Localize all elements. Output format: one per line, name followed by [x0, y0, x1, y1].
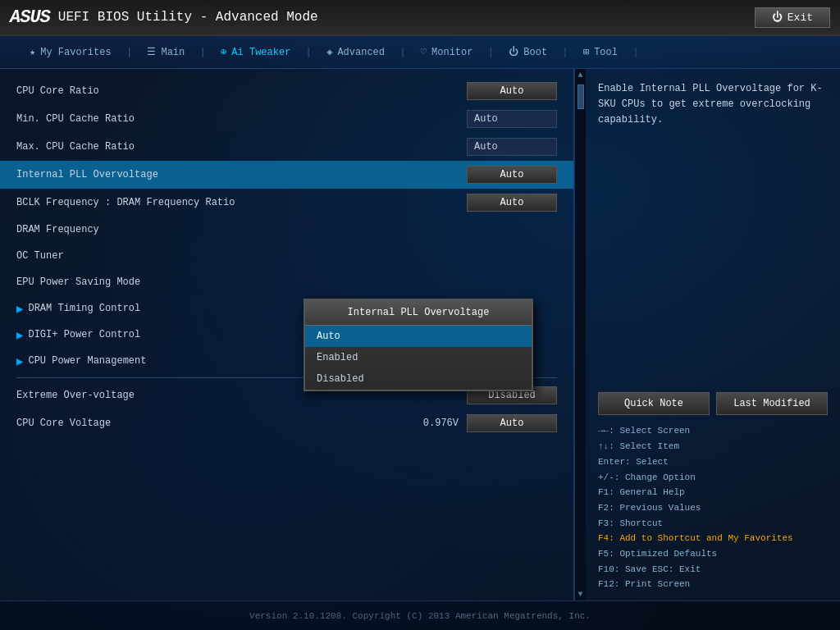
nav-separator-2: |	[198, 46, 208, 58]
asus-logo: ASUS	[10, 7, 50, 28]
footer: Version 2.10.1208. Copyright (C) 2013 Am…	[0, 600, 840, 630]
setting-label: EPU Power Saving Mode	[16, 276, 557, 288]
exit-label: Exit	[788, 11, 813, 24]
cpu-core-voltage-button[interactable]: Auto	[467, 414, 557, 432]
nav-separator-1: |	[125, 46, 135, 58]
nav-label: Ai Tweaker	[231, 47, 290, 58]
nav-item-main[interactable]: ☰ Main	[134, 36, 198, 68]
min-cpu-cache-value: Auto	[467, 110, 557, 128]
setting-row-oc-tuner: OC Tuner	[0, 243, 573, 269]
setting-label: Extreme Over-voltage	[16, 390, 467, 401]
setting-label: CPU Core Voltage	[16, 418, 368, 429]
help-text: →←: Select Screen ↑↓: Select Item Enter:…	[598, 423, 828, 592]
last-modified-button[interactable]: Last Modified	[716, 392, 828, 415]
help-line-4: +/-: Change Option	[598, 470, 828, 486]
dropdown-option-disabled[interactable]: Disabled	[305, 368, 532, 390]
cpu-core-ratio-button[interactable]: Auto	[467, 82, 557, 100]
setting-row-cpu-core-voltage: CPU Core Voltage 0.976V Auto	[0, 409, 573, 437]
internal-pll-button[interactable]: Auto	[467, 166, 557, 184]
setting-label: CPU Core Ratio	[16, 85, 467, 97]
nav-label: Advanced	[337, 47, 385, 58]
action-buttons: Quick Note Last Modified	[598, 392, 828, 415]
quick-note-button[interactable]: Quick Note	[598, 392, 710, 415]
bclk-dram-button[interactable]: Auto	[467, 194, 557, 212]
nav-item-monitor[interactable]: ♡ Monitor	[408, 36, 486, 68]
list-icon: ☰	[147, 46, 156, 58]
setting-label: OC Tuner	[16, 250, 557, 262]
nav-item-boot[interactable]: ⏻ Boot	[495, 36, 560, 68]
setting-label: Max. CPU Cache Ratio	[16, 141, 467, 153]
help-line-6: F2: Previous Values	[598, 500, 828, 516]
nav-item-advanced[interactable]: ◈ Advanced	[313, 36, 398, 68]
info-description: Enable Internal PLL Overvoltage for K-SK…	[598, 77, 828, 133]
advanced-icon: ◈	[326, 46, 332, 58]
setting-row-dram-freq: DRAM Frequency	[0, 217, 573, 243]
setting-label: BCLK Frequency : DRAM Frequency Ratio	[16, 197, 467, 208]
scrollbar[interactable]: ▲ ▼	[574, 69, 586, 600]
nav-label: My Favorites	[40, 47, 111, 58]
setting-label: Internal PLL Overvoltage	[16, 169, 467, 180]
scroll-thumb[interactable]	[578, 84, 584, 109]
header: ASUS UEFI BIOS Utility - Advanced Mode ⏻…	[0, 0, 840, 36]
scroll-up-arrow[interactable]: ▲	[578, 71, 582, 80]
header-title: UEFI BIOS Utility - Advanced Mode	[58, 10, 318, 25]
nav-item-my-favorites[interactable]: ★ My Favorites	[16, 36, 125, 68]
setting-label: DRAM Frequency	[16, 224, 557, 235]
header-logo: ASUS UEFI BIOS Utility - Advanced Mode	[10, 7, 318, 28]
nav-separator-7: |	[631, 46, 641, 58]
dropdown-option-enabled[interactable]: Enabled	[305, 347, 532, 368]
nav-bar: ★ My Favorites | ☰ Main | ⊕ Ai Tweaker |…	[0, 36, 840, 69]
section-label: CPU Power Management	[28, 355, 146, 367]
setting-row-cpu-core-ratio: CPU Core Ratio Auto	[0, 77, 573, 105]
help-line-7: F3: Shortcut	[598, 516, 828, 532]
scroll-down-arrow[interactable]: ▼	[578, 590, 582, 599]
help-line-f12: F12: Print Screen	[598, 577, 828, 592]
dropdown-option-auto[interactable]: Auto	[305, 326, 532, 347]
nav-separator-3: |	[304, 46, 313, 58]
help-line-3: Enter: Select	[598, 454, 828, 470]
help-line-5: F1: General Help	[598, 485, 828, 500]
setting-row-epu: EPU Power Saving Mode	[0, 269, 573, 295]
footer-text: Version 2.10.1208. Copyright (C) 2013 Am…	[249, 611, 591, 621]
power-icon: ⏻	[772, 11, 783, 24]
setting-row-max-cpu-cache: Max. CPU Cache Ratio Auto	[0, 133, 573, 161]
right-panel: Enable Internal PLL Overvoltage for K-SK…	[586, 69, 840, 600]
exit-button[interactable]: ⏻ Exit	[755, 7, 830, 28]
nav-label: Boot	[523, 47, 547, 58]
nav-separator-6: |	[560, 46, 570, 58]
nav-label: Monitor	[431, 47, 472, 58]
nav-separator-4: |	[398, 46, 408, 58]
tweaker-icon: ⊕	[221, 46, 226, 58]
help-line-f4: F4: Add to Shortcut and My Favorites	[598, 531, 828, 546]
help-line-f10: F10: Save ESC: Exit	[598, 562, 828, 578]
max-cpu-cache-value: Auto	[467, 138, 557, 156]
dropdown-menu: Internal PLL Overvoltage Auto Enabled Di…	[304, 299, 533, 391]
nav-item-tool[interactable]: ⊞ Tool	[570, 36, 631, 68]
monitor-icon: ♡	[421, 46, 427, 58]
setting-row-internal-pll: Internal PLL Overvoltage Auto	[0, 161, 573, 189]
tool-icon: ⊞	[583, 46, 589, 58]
nav-separator-5: |	[486, 46, 495, 58]
section-label: DRAM Timing Control	[28, 303, 140, 314]
setting-row-bclk-dram: BCLK Frequency : DRAM Frequency Ratio Au…	[0, 189, 573, 217]
nav-label: Tool	[594, 47, 618, 58]
arrow-right-icon: ▶	[16, 302, 23, 316]
nav-label: Main	[161, 47, 185, 58]
setting-label: Min. CPU Cache Ratio	[16, 113, 467, 125]
arrow-right-icon: ▶	[16, 354, 23, 368]
setting-row-min-cpu-cache: Min. CPU Cache Ratio Auto	[0, 105, 573, 133]
nav-item-ai-tweaker[interactable]: ⊕ Ai Tweaker	[208, 36, 304, 68]
star-icon: ★	[30, 46, 35, 58]
cpu-core-voltage-reading: 0.976V	[368, 418, 467, 429]
section-label: DIGI+ Power Control	[28, 329, 140, 340]
main-content: CPU Core Ratio Auto Min. CPU Cache Ratio…	[0, 69, 840, 600]
help-line-2: ↑↓: Select Item	[598, 439, 828, 454]
dropdown-title: Internal PLL Overvoltage	[305, 300, 532, 326]
help-line-1: →←: Select Screen	[598, 423, 828, 439]
boot-icon: ⏻	[509, 46, 518, 58]
arrow-right-icon: ▶	[16, 328, 23, 342]
help-line-f5: F5: Optimized Defaults	[598, 546, 828, 562]
